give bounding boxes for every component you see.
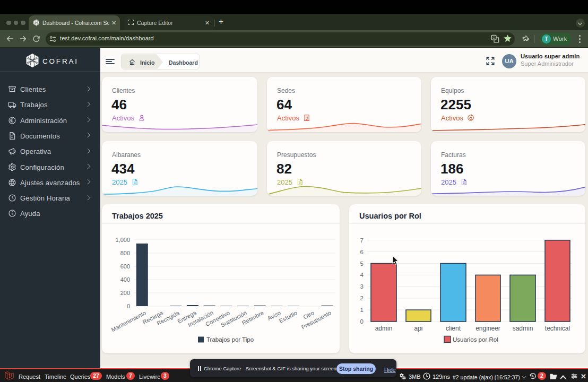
svg-text:Trabajos por Tipo: Trabajos por Tipo [206,336,254,343]
svg-text:0: 0 [127,303,130,309]
svg-text:client: client [446,325,461,332]
svg-text:3: 3 [360,283,364,290]
svg-text:2: 2 [360,295,364,301]
svg-text:G: G [492,36,495,39]
svg-text:Usuarios por Rol: Usuarios por Rol [453,336,498,343]
svg-text:600: 600 [120,263,130,270]
svg-text:technical: technical [545,325,570,332]
svg-text:Estudio: Estudio [278,309,298,324]
svg-text:1,000: 1,000 [115,237,130,243]
svg-text:200: 200 [120,290,130,296]
svg-text:5: 5 [360,261,364,267]
svg-text:1: 1 [360,307,364,313]
svg-text:400: 400 [120,276,130,283]
svg-text:6: 6 [360,249,364,255]
svg-text:800: 800 [120,250,130,256]
svg-text:engineer: engineer [475,325,500,332]
svg-text:7: 7 [360,237,364,244]
svg-text:Mantenimiento: Mantenimiento [110,309,147,333]
svg-text:0: 0 [360,318,364,325]
svg-text:admin: admin [375,325,393,332]
svg-text:4: 4 [360,272,364,278]
svg-text:api: api [414,325,422,332]
svg-text:sadmin: sadmin [513,325,533,332]
